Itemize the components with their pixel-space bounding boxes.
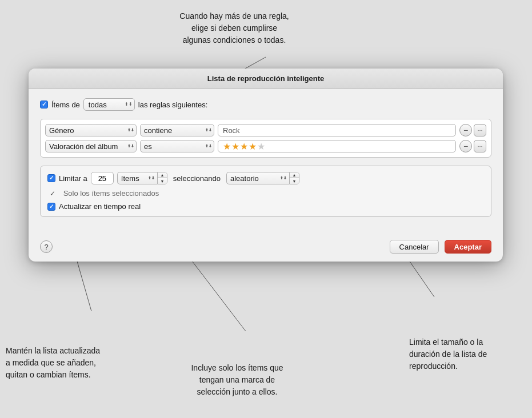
items-stepper-down[interactable]: ▼: [158, 178, 167, 184]
star-2: ★: [231, 141, 240, 152]
update-checkbox[interactable]: [47, 203, 55, 211]
bottom-bar: ? Cancelar Aceptar: [29, 234, 503, 262]
rule-1-operator[interactable]: contiene es no contiene: [140, 124, 214, 136]
method-wrapper: aleatorio más reproducidas menos reprodu…: [226, 172, 289, 184]
rule-2-field-wrapper: Valoración del álbum Género Artista ⬆⬇: [45, 140, 137, 152]
star-4: ★: [249, 141, 257, 152]
limit-label: Limitar a: [59, 174, 87, 183]
rule-2-field[interactable]: Valoración del álbum Género Artista: [45, 140, 137, 152]
smart-playlist-dialog: Lista de reproducción inteligente Ítems …: [29, 69, 503, 262]
condition-selector-wrapper: todas alguna de: [83, 98, 135, 111]
method-stepper-down[interactable]: ▼: [290, 178, 299, 184]
rule-1-btn-group: − ···: [459, 124, 486, 136]
rule-2-op-wrapper: es contiene no es ⬆⬇: [140, 140, 214, 152]
dialog-content: Ítems de todas alguna de las reglas sigu…: [29, 89, 503, 234]
callout-bottom-right: Limita el tamaño o la duración de la lis…: [409, 336, 523, 372]
items-stepper-up[interactable]: ▲: [158, 172, 167, 178]
callout-bottom-center: Incluye solo los ítems que tengan una ma…: [166, 362, 309, 398]
rule-row-1: Género Artista Álbum Valoración del álbu…: [45, 124, 486, 136]
rule-1-field-wrapper: Género Artista Álbum Valoración del álbu…: [45, 124, 137, 136]
action-buttons: Cancelar Aceptar: [390, 240, 491, 254]
rule-2-remove-btn[interactable]: −: [459, 140, 472, 152]
rules-section: Género Artista Álbum Valoración del álbu…: [40, 119, 491, 158]
star-5: ★: [257, 141, 266, 152]
rule-2-more-btn[interactable]: ···: [474, 140, 486, 152]
options-section: Limitar a ítems MB GB horas minutos: [40, 166, 491, 217]
accept-button[interactable]: Aceptar: [445, 240, 491, 254]
condition-checkbox[interactable]: [40, 101, 48, 108]
help-button[interactable]: ?: [40, 240, 53, 253]
method-stepper-btns: ▲ ▼: [289, 172, 299, 184]
items-stepper: ítems MB GB horas minutos ⬆⬇ ▲ ▼: [117, 172, 167, 184]
items-unit-wrapper: ítems MB GB horas minutos ⬆⬇: [117, 172, 157, 184]
rule-1-field[interactable]: Género Artista Álbum Valoración del álbu…: [45, 124, 137, 136]
star-3: ★: [240, 141, 249, 152]
condition-suffix: las reglas siguientes:: [138, 101, 207, 109]
rule-2-stars-display[interactable]: ★ ★ ★ ★ ★: [218, 140, 456, 152]
rule-1-value[interactable]: [218, 124, 456, 136]
rule-2-operator[interactable]: es contiene no es: [140, 140, 214, 152]
only-checked-row: Solo los ítems seleccionados: [47, 189, 484, 198]
items-unit-select[interactable]: ítems MB GB horas minutos: [117, 172, 157, 184]
method-select[interactable]: aleatorio más reproducidas menos reprodu…: [226, 172, 289, 184]
items-stepper-btns: ▲ ▼: [157, 172, 167, 184]
only-checked-label: Solo los ítems seleccionados: [50, 189, 159, 198]
cancel-button[interactable]: Cancelar: [390, 240, 439, 254]
update-label: Actualizar en tiempo real: [59, 202, 141, 211]
limit-checkbox[interactable]: [47, 174, 55, 182]
method-stepper: aleatorio más reproducidas menos reprodu…: [226, 172, 299, 184]
rule-1-op-wrapper: contiene es no contiene ⬆⬇: [140, 124, 214, 136]
update-realtime-row: Actualizar en tiempo real: [47, 202, 484, 211]
callout-top: Cuando hay más de una regla, elige si de…: [154, 10, 314, 46]
method-stepper-up[interactable]: ▲: [290, 172, 299, 178]
rule-1-remove-btn[interactable]: −: [459, 124, 472, 136]
rule-row-2: Valoración del álbum Género Artista ⬆⬇ e…: [45, 140, 486, 152]
callout-bottom-left: Mantén la lista actualizada a medida que…: [6, 345, 131, 381]
star-1: ★: [223, 141, 231, 152]
condition-row: Ítems de todas alguna de las reglas sigu…: [40, 98, 491, 111]
page-wrapper: Cuando hay más de una regla, elige si de…: [0, 0, 532, 418]
selecting-label: seleccionando: [173, 174, 221, 183]
limit-row: Limitar a ítems MB GB horas minutos: [47, 172, 484, 184]
dialog-titlebar: Lista de reproducción inteligente: [29, 69, 503, 89]
rule-1-more-btn[interactable]: ···: [474, 124, 486, 136]
condition-selector[interactable]: todas alguna de: [83, 98, 135, 111]
condition-prefix: Ítems de: [51, 101, 80, 109]
limit-input[interactable]: [91, 172, 114, 184]
rule-2-btn-group: − ···: [459, 140, 486, 152]
